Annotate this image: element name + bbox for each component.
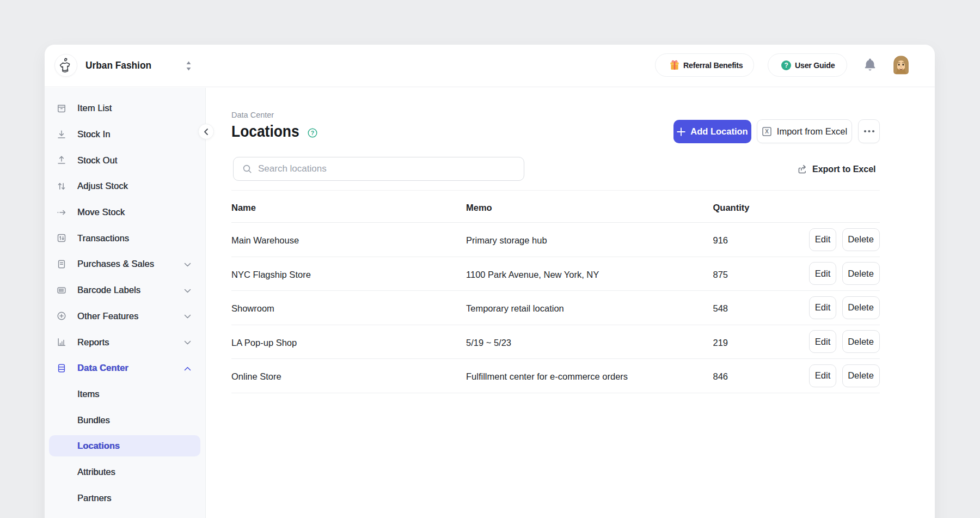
svg-text:?: ? bbox=[784, 62, 788, 69]
svg-text:X: X bbox=[765, 128, 769, 135]
svg-text:?: ? bbox=[311, 130, 314, 136]
